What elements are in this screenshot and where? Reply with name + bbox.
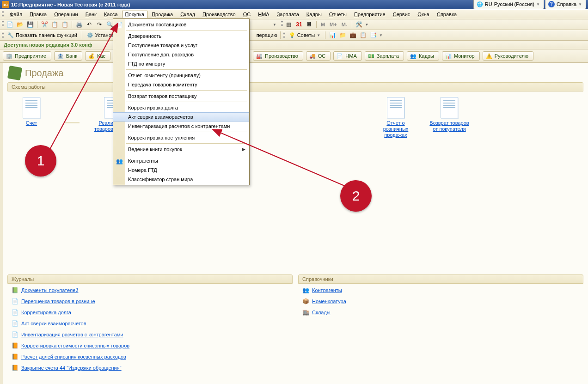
item-link[interactable]: Контрагенты — [312, 287, 342, 293]
menu-item[interactable]: Инвентаризация расчетов с контрагентами — [113, 122, 249, 131]
print-icon[interactable]: 🖨️ — [75, 20, 83, 29]
navtab-0[interactable]: 🏢Предприятие — [3, 51, 51, 61]
navtab-6[interactable]: 💵Зарплата — [365, 51, 404, 61]
setup-button[interactable]: ⚙️ Установ — [85, 32, 116, 38]
navtab-5[interactable]: 📄НМА — [333, 51, 361, 61]
help-tab[interactable]: ? Справка ▼ — [545, 0, 586, 9]
item-link[interactable]: Склады — [312, 310, 331, 315]
list-item[interactable]: 📙Расчет долей списания косвенных расходо… — [11, 353, 289, 360]
menu-item[interactable]: ГТД по импорту — [113, 59, 249, 68]
new-icon[interactable]: 📄 — [6, 20, 14, 29]
scheme-link[interactable]: Отчет о розничных продажах — [375, 120, 416, 138]
menu-правка[interactable]: Правка — [26, 11, 50, 18]
toolbar-grip[interactable] — [2, 11, 4, 18]
mem-mminus[interactable]: M- — [340, 22, 349, 27]
list-item[interactable]: 🏬Склады — [302, 309, 580, 316]
navtab-1[interactable]: 🏦Банк — [54, 51, 82, 61]
icon-5[interactable]: 📑 — [369, 31, 377, 39]
list-item[interactable]: 📄Корректировка долга — [11, 309, 289, 316]
item-link[interactable]: Номенклатура — [312, 299, 346, 304]
menu-item[interactable]: Поступление товаров и услуг — [113, 41, 249, 50]
scheme-item[interactable]: Счет — [11, 97, 52, 126]
menu-окна[interactable]: Окна — [414, 11, 433, 18]
list-item[interactable]: 📙Закрытие счета 44 "Издержки обращения" — [11, 364, 289, 372]
menu-item[interactable]: Отчет комитенту (принципалу) — [113, 71, 249, 80]
menu-item[interactable]: Классификатор стран мира — [113, 175, 249, 184]
toolbar-grip[interactable] — [2, 21, 4, 28]
menu-предприятие[interactable]: Предприятие — [351, 11, 389, 18]
calc-icon[interactable]: 🖩 — [305, 20, 313, 29]
item-link[interactable]: Закрытие счета 44 "Издержки обращения" — [21, 365, 122, 371]
menu-кадры[interactable]: Кадры — [303, 11, 325, 18]
menu-продажа[interactable]: Продажа — [148, 11, 176, 18]
item-link[interactable]: Акт сверки взаиморасчетов — [21, 321, 86, 326]
navtab-4[interactable]: 🚚ОС — [306, 51, 331, 61]
menu-банк[interactable]: Банк — [82, 11, 100, 18]
scheme-item[interactable]: Отчет о розничных продажах — [375, 97, 416, 138]
list-item[interactable]: 📄Переоценка товаров в рознице — [11, 298, 289, 305]
scheme-link[interactable]: Возврат товаров от покупателя — [429, 120, 470, 132]
menu-item[interactable]: Акт сверки взаиморасчетов — [113, 112, 249, 122]
menu-касса[interactable]: Касса — [101, 11, 121, 18]
navtab-2[interactable]: 💰Кас — [85, 51, 110, 61]
item-link[interactable]: Переоценка товаров в рознице — [21, 299, 95, 304]
icon-1[interactable]: 📊 — [328, 31, 337, 39]
menu-операции[interactable]: Операции — [51, 11, 81, 18]
menu-item[interactable]: Ведение книги покупок▶ — [113, 145, 249, 154]
menu-склад[interactable]: Склад — [177, 11, 198, 18]
navtab-3[interactable]: 🏭Производство — [253, 51, 303, 61]
menu-item[interactable]: 👥Контрагенты — [113, 156, 249, 165]
icon-4[interactable]: 📋 — [359, 31, 367, 39]
item-link[interactable]: Инвентаризация расчетов с контрагентами — [21, 332, 123, 337]
calendar-icon[interactable]: 31 — [295, 20, 303, 29]
list-item[interactable]: 📄Инвентаризация расчетов с контрагентами — [11, 331, 289, 338]
chevron-down-icon[interactable]: ▼ — [273, 23, 276, 27]
advice-button[interactable]: 💡 Советы ▼ — [287, 32, 322, 38]
menu-зарплата[interactable]: Зарплата — [274, 11, 302, 18]
menu-справка[interactable]: Справка — [434, 11, 460, 18]
menu-item[interactable]: Поступление доп. расходов — [113, 50, 249, 59]
menu-сервис[interactable]: Сервис — [390, 11, 414, 18]
list-item[interactable]: 📄Акт сверки взаиморасчетов — [11, 320, 289, 327]
menu-item[interactable]: Передача товаров комитенту — [113, 80, 249, 89]
table-icon[interactable]: ▦ — [285, 20, 293, 29]
open-icon[interactable]: 📂 — [16, 20, 24, 29]
menu-нма[interactable]: НМА — [255, 11, 272, 18]
toolbar-grip[interactable] — [2, 32, 4, 38]
item-link[interactable]: Расчет долей списания косвенных расходов — [21, 354, 126, 360]
icon-2[interactable]: 📁 — [338, 31, 347, 39]
menu-item[interactable]: 📄Документы поставщиков — [113, 20, 249, 29]
redo-icon[interactable]: ↷ — [95, 20, 104, 29]
undo-icon[interactable]: ↶ — [85, 20, 93, 29]
menu-производство[interactable]: Производство — [199, 11, 239, 18]
tool-icon[interactable]: 🛠️ — [355, 20, 363, 29]
item-link[interactable]: Корректировка стоимости списанных товаро… — [21, 343, 129, 348]
language-selector[interactable]: 🌐 RU Русский (Россия) ▼ — [473, 0, 544, 9]
menu-файл[interactable]: Файл — [6, 11, 25, 18]
cut-icon[interactable]: ✂️ — [40, 20, 49, 29]
list-item[interactable]: 📗Документы покупателей — [11, 286, 289, 294]
show-panel-button[interactable]: 🔧 Показать панель функций — [6, 32, 79, 38]
list-item[interactable]: 👥Контрагенты — [302, 286, 580, 294]
toolbar-grip[interactable] — [283, 32, 285, 38]
menu-item[interactable]: Корректировка долга — [113, 103, 249, 112]
paste-icon[interactable]: 📋 — [61, 20, 69, 29]
icon-3[interactable]: 💼 — [349, 31, 357, 39]
scheme-link[interactable]: Счет — [26, 120, 37, 126]
info-text[interactable]: Доступна новая редакция 3.0 конф — [4, 42, 92, 48]
menu-item[interactable]: Корректировка поступления — [113, 133, 249, 142]
menu-item[interactable]: Номера ГТД — [113, 165, 249, 175]
list-item[interactable]: 📙Корректировка стоимости списанных товар… — [11, 342, 289, 349]
menu-item[interactable]: Доверенность — [113, 31, 249, 41]
menu-отчеты[interactable]: Отчеты — [326, 11, 350, 18]
chevron-down-icon[interactable]: ▼ — [379, 33, 383, 37]
item-link[interactable]: Документы покупателей — [21, 287, 78, 293]
navtab-7[interactable]: 👥Кадры — [407, 51, 439, 61]
scheme-item[interactable]: Возврат товаров от покупателя — [429, 97, 470, 132]
list-item[interactable]: 📦Номенклатура — [302, 298, 580, 305]
menu-покупка[interactable]: Покупка — [122, 11, 148, 18]
navtab-9[interactable]: ⚠️Руководителю — [483, 51, 533, 61]
copy-icon[interactable]: 📋 — [50, 20, 59, 29]
menu-ос[interactable]: ОС — [240, 11, 254, 18]
chevron-down-icon[interactable]: ▼ — [365, 23, 369, 27]
